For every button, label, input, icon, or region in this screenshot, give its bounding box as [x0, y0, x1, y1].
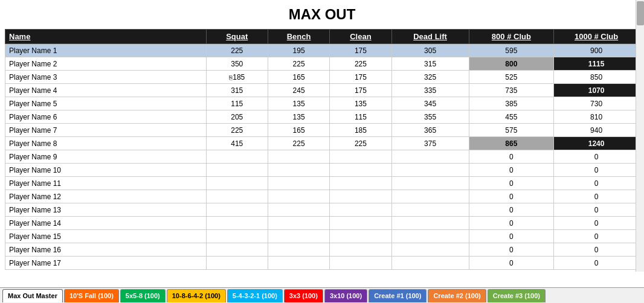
cell-800-club[interactable]: 735: [469, 84, 554, 97]
cell-clean[interactable]: [330, 177, 391, 190]
table-row[interactable]: Player Name 6205135115355455810: [5, 110, 639, 124]
cell-1000-club[interactable]: 0: [554, 257, 639, 270]
cell-clean[interactable]: 175: [330, 71, 391, 84]
cell-deadlift[interactable]: 325: [391, 71, 469, 84]
cell-800-club[interactable]: 0: [469, 230, 554, 243]
cell-bench[interactable]: 165: [268, 71, 329, 84]
cell-bench[interactable]: 135: [268, 97, 329, 110]
cell-name[interactable]: Player Name 1: [5, 44, 207, 57]
cell-clean[interactable]: 225: [330, 57, 391, 71]
cell-800-club[interactable]: 800: [469, 57, 554, 71]
scrollbar[interactable]: [636, 0, 644, 272]
cell-1000-club[interactable]: 810: [554, 110, 639, 124]
cell-800-club[interactable]: 0: [469, 243, 554, 257]
cell-bench[interactable]: [268, 177, 329, 190]
cell-clean[interactable]: [330, 230, 391, 243]
cell-1000-club[interactable]: 1240: [554, 137, 639, 150]
cell-800-club[interactable]: 0: [469, 164, 554, 177]
cell-bench[interactable]: 195: [268, 44, 329, 57]
cell-1000-club[interactable]: 940: [554, 124, 639, 137]
cell-clean[interactable]: 185: [330, 124, 391, 137]
cell-name[interactable]: Player Name 17: [5, 257, 207, 270]
cell-800-club[interactable]: 595: [469, 44, 554, 57]
cell-1000-club[interactable]: 0: [554, 164, 639, 177]
cell-bench[interactable]: 245: [268, 84, 329, 97]
cell-bench[interactable]: [268, 164, 329, 177]
cell-800-club[interactable]: 865: [469, 137, 554, 150]
cell-clean[interactable]: 175: [330, 44, 391, 57]
cell-name[interactable]: Player Name 9: [5, 150, 207, 164]
tab-create3[interactable]: Create #3 (100): [488, 289, 546, 302]
cell-800-club[interactable]: 0: [469, 217, 554, 230]
cell-deadlift[interactable]: [391, 164, 469, 177]
cell-clean[interactable]: 115: [330, 110, 391, 124]
cell-squat[interactable]: 225: [206, 44, 268, 57]
cell-squat[interactable]: [206, 243, 268, 257]
cell-squat[interactable]: ⎘185: [206, 71, 268, 84]
table-row[interactable]: Player Name 1200: [5, 190, 639, 203]
cell-clean[interactable]: 135: [330, 97, 391, 110]
cell-deadlift[interactable]: 345: [391, 97, 469, 110]
cell-1000-club[interactable]: 1070: [554, 84, 639, 97]
cell-clean[interactable]: [330, 243, 391, 257]
table-row[interactable]: Player Name 84152252253758651240: [5, 137, 639, 150]
cell-squat[interactable]: [206, 257, 268, 270]
cell-name[interactable]: Player Name 3: [5, 71, 207, 84]
cell-clean[interactable]: [330, 164, 391, 177]
cell-squat[interactable]: [206, 190, 268, 203]
cell-1000-club[interactable]: 730: [554, 97, 639, 110]
table-row[interactable]: Player Name 900: [5, 150, 639, 164]
cell-name[interactable]: Player Name 10: [5, 164, 207, 177]
cell-squat[interactable]: 415: [206, 137, 268, 150]
tab-3x3[interactable]: 3x3 (100): [284, 289, 323, 302]
cell-1000-club[interactable]: 0: [554, 150, 639, 164]
tab-3x10[interactable]: 3x10 (100): [324, 289, 367, 302]
cell-bench[interactable]: [268, 257, 329, 270]
cell-1000-club[interactable]: 0: [554, 190, 639, 203]
table-row[interactable]: Player Name 1400: [5, 217, 639, 230]
cell-1000-club[interactable]: 0: [554, 230, 639, 243]
table-row[interactable]: Player Name 5115135135345385730: [5, 97, 639, 110]
cell-clean[interactable]: [330, 203, 391, 217]
scroll-thumb[interactable]: [637, 1, 644, 25]
cell-1000-club[interactable]: 0: [554, 203, 639, 217]
cell-1000-club[interactable]: 0: [554, 177, 639, 190]
tab-create1[interactable]: Create #1 (100): [369, 289, 427, 302]
cell-deadlift[interactable]: 375: [391, 137, 469, 150]
cell-deadlift[interactable]: 315: [391, 57, 469, 71]
cell-bench[interactable]: 135: [268, 110, 329, 124]
cell-clean[interactable]: 225: [330, 137, 391, 150]
cell-deadlift[interactable]: 335: [391, 84, 469, 97]
cell-1000-club[interactable]: 0: [554, 243, 639, 257]
cell-800-club[interactable]: 0: [469, 257, 554, 270]
cell-squat[interactable]: [206, 230, 268, 243]
cell-squat[interactable]: 205: [206, 110, 268, 124]
cell-deadlift[interactable]: 365: [391, 124, 469, 137]
cell-name[interactable]: Player Name 2: [5, 57, 207, 71]
cell-800-club[interactable]: 575: [469, 124, 554, 137]
cell-squat[interactable]: 315: [206, 84, 268, 97]
cell-deadlift[interactable]: [391, 217, 469, 230]
cell-800-club[interactable]: 0: [469, 150, 554, 164]
cell-clean[interactable]: [330, 257, 391, 270]
cell-bench[interactable]: [268, 230, 329, 243]
cell-squat[interactable]: [206, 164, 268, 177]
table-row[interactable]: Player Name 7225165185365575940: [5, 124, 639, 137]
cell-1000-club[interactable]: 1115: [554, 57, 639, 71]
tab-5x5[interactable]: 5x5-8 (100): [120, 289, 166, 302]
cell-name[interactable]: Player Name 7: [5, 124, 207, 137]
cell-clean[interactable]: [330, 217, 391, 230]
cell-squat[interactable]: 350: [206, 57, 268, 71]
cell-1000-club[interactable]: 900: [554, 44, 639, 57]
table-row[interactable]: Player Name 1225195175305595900: [5, 44, 639, 57]
cell-name[interactable]: Player Name 16: [5, 243, 207, 257]
cell-squat[interactable]: [206, 217, 268, 230]
tab-active[interactable]: Max Out Master: [2, 289, 63, 302]
cell-name[interactable]: Player Name 14: [5, 217, 207, 230]
cell-squat[interactable]: 115: [206, 97, 268, 110]
cell-squat[interactable]: [206, 203, 268, 217]
cell-bench[interactable]: [268, 150, 329, 164]
cell-deadlift[interactable]: 355: [391, 110, 469, 124]
table-row[interactable]: Player Name 1500: [5, 230, 639, 243]
cell-bench[interactable]: [268, 190, 329, 203]
